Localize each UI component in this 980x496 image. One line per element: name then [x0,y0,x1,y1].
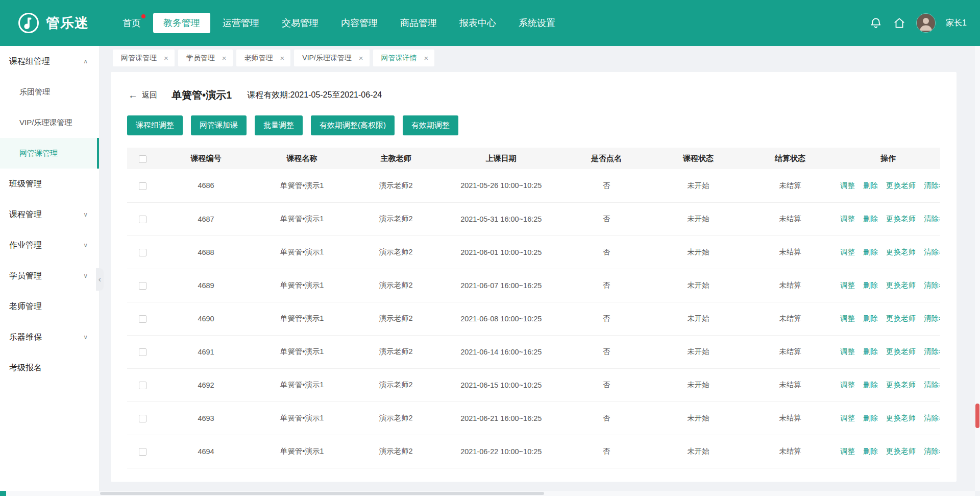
close-icon[interactable]: × [222,54,227,62]
row-checkbox[interactable] [139,282,146,290]
row-action-adjust[interactable]: 调整 [840,281,855,289]
row-action-adjust[interactable]: 调整 [840,314,855,322]
close-icon[interactable]: × [164,54,168,62]
avatar[interactable] [916,13,936,33]
tab-teacher-mgmt[interactable]: 老师管理× [236,50,291,66]
row-action-clear-attendance[interactable]: 清除考勤 [924,314,940,322]
row-action-change-teacher[interactable]: 更换老师 [886,281,916,289]
validity-adjust-button[interactable]: 有效期调整 [403,115,458,135]
horizontal-scrollbar-thumb[interactable] [100,492,544,495]
sidebar-item-course-group-mgmt[interactable]: 课程组管理∧ [0,46,99,77]
back-button[interactable]: ← 返回 [128,90,157,100]
row-action-delete[interactable]: 删除 [863,381,878,389]
row-action-change-teacher[interactable]: 更换老师 [886,314,916,322]
cell-settlement-status: 未结算 [744,368,836,401]
row-action-clear-attendance[interactable]: 清除考勤 [924,414,940,422]
row-action-clear-attendance[interactable]: 清除考勤 [924,248,940,256]
cell-course-name: 单簧管•演示1 [254,435,350,468]
nav-system-settings[interactable]: 系统设置 [508,13,566,33]
nav-goods-mgmt[interactable]: 商品管理 [390,13,447,33]
row-action-change-teacher[interactable]: 更换老师 [886,181,916,190]
add-online-course-button[interactable]: 网管课加课 [191,115,247,135]
sidebar-item-homework-mgmt[interactable]: 作业管理∨ [0,230,99,261]
course-group-adjust-button[interactable]: 课程组调整 [127,115,183,135]
nav-home-label: 首页 [122,18,141,28]
row-action-adjust[interactable]: 调整 [840,447,855,455]
sidebar-collapse-handle[interactable]: ‹ [96,268,104,291]
row-checkbox[interactable] [139,382,146,389]
cell-course-id: 4693 [158,401,254,435]
row-action-change-teacher[interactable]: 更换老师 [886,414,916,422]
row-action-change-teacher[interactable]: 更换老师 [886,347,916,356]
row-action-adjust[interactable]: 调整 [840,381,855,389]
row-checkbox[interactable] [139,216,146,223]
close-icon[interactable]: × [424,54,429,62]
select-all-checkbox[interactable] [139,155,146,163]
row-action-change-teacher[interactable]: 更换老师 [886,248,916,256]
row-action-change-teacher[interactable]: 更换老师 [886,447,916,455]
row-action-delete[interactable]: 删除 [863,447,878,455]
sidebar-item-exam-registration[interactable]: 考级报名 [0,352,99,383]
batch-adjust-button[interactable]: 批量调整 [255,115,303,135]
nav-content-mgmt[interactable]: 内容管理 [331,13,388,33]
course-validity: 课程有效期:2021-05-25至2021-06-24 [247,90,382,101]
cell-course-name: 单簧管•演示1 [254,202,350,235]
brand[interactable]: 管乐迷 [0,12,100,34]
row-action-clear-attendance[interactable]: 清除考勤 [924,215,940,223]
row-action-delete[interactable]: 删除 [863,414,878,422]
row-action-adjust[interactable]: 调整 [840,347,855,356]
row-checkbox[interactable] [139,249,146,256]
notifications-bell-icon[interactable] [869,16,883,30]
cell-operations: 调整删除更换老师清除考勤 [836,435,940,468]
row-checkbox[interactable] [139,348,146,356]
row-checkbox[interactable] [139,415,146,422]
sidebar-item-class-mgmt[interactable]: 班级管理 [0,169,99,199]
row-action-clear-attendance[interactable]: 清除考勤 [924,347,940,356]
cell-operations: 调整删除更换老师清除考勤 [836,269,940,302]
close-icon[interactable]: × [280,54,285,62]
row-action-clear-attendance[interactable]: 清除考勤 [924,447,940,455]
row-action-clear-attendance[interactable]: 清除考勤 [924,281,940,289]
close-icon[interactable]: × [359,54,363,62]
tab-online-course-mgmt[interactable]: 网管课管理× [113,50,175,66]
row-action-adjust[interactable]: 调整 [840,215,855,223]
row-checkbox[interactable] [139,315,146,323]
row-action-adjust[interactable]: 调整 [840,181,855,190]
sidebar-item-student-mgmt[interactable]: 学员管理∨ [0,261,99,291]
sidebar-item-course-mgmt[interactable]: 课程管理∨ [0,199,99,230]
sidebar-subitem-orchestra-mgmt[interactable]: 乐团管理 [0,77,99,107]
nav-academic-mgmt[interactable]: 教务管理 [153,13,210,33]
row-action-delete[interactable]: 删除 [863,314,878,322]
row-action-delete[interactable]: 删除 [863,215,878,223]
row-action-change-teacher[interactable]: 更换老师 [886,381,916,389]
sidebar-item-teacher-mgmt[interactable]: 老师管理 [0,291,99,322]
row-checkbox[interactable] [139,182,146,190]
nav-report-center[interactable]: 报表中心 [449,13,506,33]
tab-student-mgmt[interactable]: 学员管理× [178,50,233,66]
row-checkbox[interactable] [139,448,146,456]
validity-adjust-high-perm-button[interactable]: 有效期调整(高权限) [311,115,395,135]
nav-operations-mgmt[interactable]: 运营管理 [212,13,270,33]
tab-vip-theory-mgmt[interactable]: VIP/乐理课管理× [294,50,369,66]
row-action-adjust[interactable]: 调整 [840,414,855,422]
row-action-delete[interactable]: 删除 [863,281,878,289]
vertical-scrollbar-thumb[interactable] [975,404,979,428]
row-action-delete[interactable]: 删除 [863,248,878,256]
sidebar-subitem-online-course-mgmt[interactable]: 网管课管理 [0,138,99,169]
row-action-change-teacher[interactable]: 更换老师 [886,215,916,223]
row-action-adjust[interactable]: 调整 [840,248,855,256]
nav-home[interactable]: 首页 [112,13,151,33]
horizontal-scrollbar[interactable] [0,491,975,496]
nav-trade-mgmt[interactable]: 交易管理 [272,13,329,33]
brand-logo-icon [17,12,40,34]
row-action-delete[interactable]: 删除 [863,181,878,190]
row-action-clear-attendance[interactable]: 清除考勤 [924,381,940,389]
sidebar-subitem-vip-theory-mgmt[interactable]: VIP/乐理课管理 [0,107,99,138]
row-action-clear-attendance[interactable]: 清除考勤 [924,181,940,190]
vertical-scrollbar[interactable] [975,46,980,491]
cell-operations: 调整删除更换老师清除考勤 [836,302,940,335]
sidebar-item-instrument-maintenance[interactable]: 乐器维保∨ [0,322,99,352]
row-action-delete[interactable]: 删除 [863,347,878,356]
tab-online-course-detail[interactable]: 网管课详情× [373,50,435,66]
home-icon[interactable] [893,16,906,30]
